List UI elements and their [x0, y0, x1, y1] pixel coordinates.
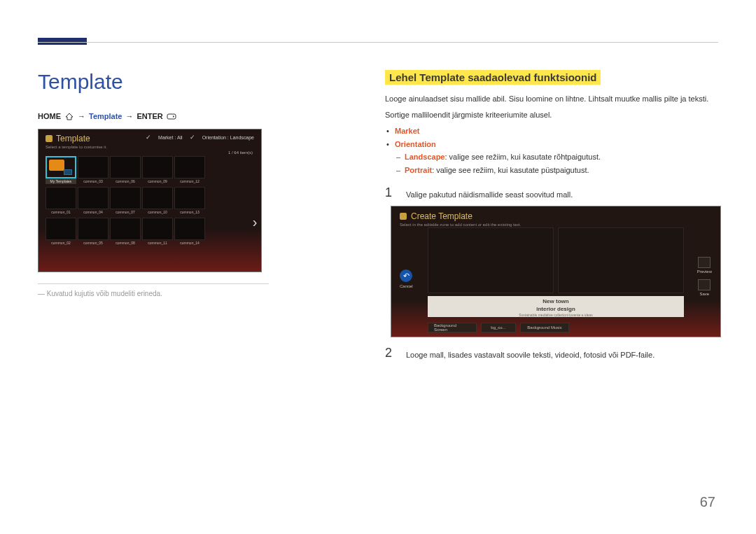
check-icon: ✓	[190, 134, 195, 141]
left-column: Template HOME → Template → ENTER Templat…	[38, 70, 269, 297]
preview-button[interactable]: Preview	[697, 257, 712, 274]
text-line-1: New town	[428, 298, 684, 305]
step-1: 1 Valige pakutud näidismallide seast soo…	[385, 185, 721, 201]
save-button[interactable]: Save	[698, 279, 710, 296]
criteria-list: Market Orientation Landscape: valige see…	[385, 125, 721, 177]
breadcrumb-arrow: →	[125, 112, 133, 120]
filter-market[interactable]: Market : All	[158, 135, 183, 140]
check-icon: ✓	[146, 134, 151, 141]
template-thumb[interactable]: common_07	[110, 187, 141, 215]
text-line-2: interior design	[428, 306, 684, 313]
folder-icon	[49, 160, 64, 171]
mini-doc-icon	[64, 169, 72, 175]
breadcrumb-enter: ENTER	[136, 112, 162, 120]
right-column: Lehel Template saadaolevad funktsioonid …	[385, 70, 721, 367]
screen-title: Template	[56, 134, 90, 143]
breadcrumb-home: HOME	[38, 112, 61, 120]
step-text: Looge mall, lisades vastavalt soovile te…	[406, 349, 654, 361]
tab-background-music[interactable]: Background Music	[520, 323, 569, 332]
text-strip[interactable]: New town interior design Sustainable med…	[428, 296, 684, 317]
divider	[38, 283, 269, 284]
image-note: Kuvatud kujutis võib mudeliti erineda.	[38, 290, 269, 297]
step-number: 2	[385, 346, 398, 360]
criteria-term: Market	[395, 127, 419, 135]
ct-title: Create Template	[411, 211, 472, 221]
tab-background-screen[interactable]: Background Screen	[428, 323, 477, 332]
template-thumb[interactable]: common_02	[46, 218, 76, 246]
app-logo-icon	[46, 135, 52, 142]
filter-orientation[interactable]: Orientation : Landscape	[202, 135, 254, 140]
template-grid-wrap: My Templates common_03 common_06 common_…	[38, 156, 261, 246]
page-rule	[38, 42, 718, 43]
template-thumb[interactable]: common_12	[174, 156, 205, 184]
breadcrumb-template: Template	[89, 112, 122, 120]
criteria-term: Orientation	[395, 140, 436, 148]
criteria-item-orientation: Orientation Landscape: valige see režiim…	[395, 138, 721, 177]
pane-right[interactable]	[558, 227, 684, 293]
template-thumb[interactable]: common_05	[78, 218, 108, 246]
app-logo-icon	[400, 213, 407, 220]
right-action-buttons: Preview Save	[697, 257, 712, 296]
template-thumb[interactable]: common_10	[142, 187, 173, 215]
screen-filters: ✓ Market : All ✓ Orientation : Landscape	[146, 134, 254, 141]
home-icon	[64, 113, 74, 120]
step-number: 1	[385, 185, 398, 200]
template-thumb[interactable]: common_03	[78, 156, 108, 184]
next-page-arrow[interactable]: ›	[250, 212, 260, 232]
save-icon	[698, 279, 710, 290]
text-line-3: Sustainable medialive collezioni lovente…	[428, 313, 684, 318]
paragraph: Looge ainulaadset sisu mallide abil. Sis…	[385, 93, 721, 105]
breadcrumb-arrow: →	[78, 112, 85, 120]
section-heading: Template	[38, 70, 269, 94]
page-number: 67	[700, 494, 715, 510]
cancel-label: Cancel	[400, 284, 413, 288]
orientation-landscape: Landscape: valige see režiim, kui kasuta…	[405, 150, 721, 164]
orientation-sublist: Landscape: valige see režiim, kui kasuta…	[395, 150, 721, 176]
breadcrumb: HOME → Template → ENTER	[38, 112, 269, 120]
template-thumb[interactable]: common_09	[142, 156, 173, 184]
create-template-screen: Create Template Select in the editable z…	[391, 206, 721, 337]
template-thumb[interactable]: common_01	[46, 187, 76, 215]
paragraph: Sortige malliloendit järgmiste kriteeriu…	[385, 109, 721, 121]
tab-bg-co[interactable]: bg_co...	[481, 323, 516, 332]
orientation-portrait: Portrait: valige see režiim, kui kasutat…	[405, 164, 721, 177]
template-thumb[interactable]: common_04	[78, 187, 108, 215]
template-thumb[interactable]: common_06	[110, 156, 141, 184]
step-2: 2 Looge mall, lisades vastavalt soovile …	[385, 346, 721, 361]
edit-area: New town interior design Sustainable med…	[428, 227, 684, 316]
template-thumb[interactable]: common_08	[110, 218, 141, 246]
enter-icon	[167, 113, 176, 120]
back-arrow-icon[interactable]: ↶	[400, 269, 412, 282]
item-count: 1 / 64 item(s)	[38, 150, 261, 156]
template-screen: Template ✓ Market : All ✓ Orientation : …	[38, 129, 262, 272]
bottom-tabs: Background Screen bg_co... Background Mu…	[428, 323, 684, 332]
template-thumb-my-templates[interactable]: My Templates	[46, 156, 76, 184]
criteria-item-market: Market	[395, 125, 721, 138]
cancel-button-group: ↶ Cancel	[400, 269, 413, 288]
subsection-title: Lehel Template saadaolevad funktsioonid	[385, 70, 601, 85]
svg-rect-0	[167, 114, 176, 119]
template-thumb[interactable]: common_11	[142, 218, 173, 246]
preview-icon	[698, 257, 710, 268]
template-thumb[interactable]: common_13	[174, 187, 205, 215]
screen-subtitle: Select a template to customise it.	[38, 145, 261, 150]
step-text: Valige pakutud näidismallide seast soovi…	[406, 189, 573, 201]
ct-header: Create Template	[391, 206, 720, 223]
template-thumb[interactable]: common_14	[174, 218, 205, 246]
template-grid: My Templates common_03 common_06 common_…	[46, 156, 257, 246]
page-accent	[38, 38, 87, 45]
image-panes	[428, 227, 684, 293]
pane-left[interactable]	[428, 227, 554, 293]
